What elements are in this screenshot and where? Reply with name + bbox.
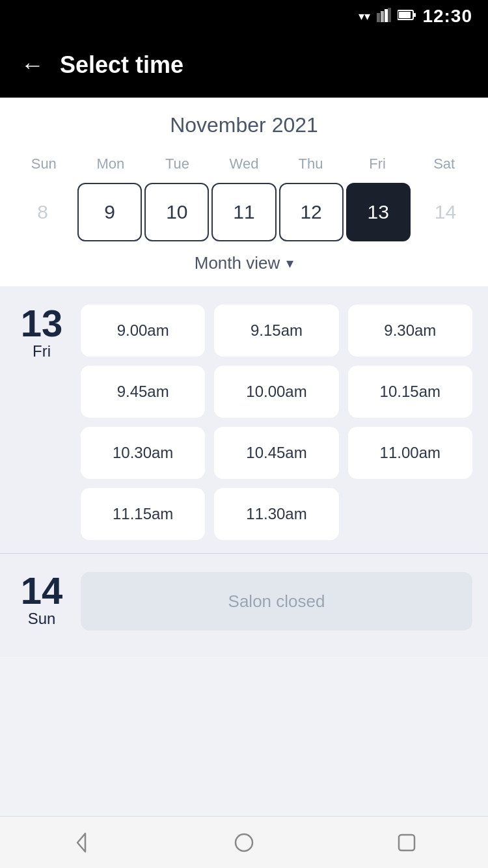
day-header-fri: Fri (344, 150, 411, 178)
svg-rect-1 (381, 11, 384, 22)
salon-closed-label: Salon closed (81, 572, 472, 631)
header: ← Select time (0, 33, 488, 98)
day-label-14: 14 Sun (16, 572, 68, 628)
day-header-sun: Sun (10, 150, 77, 178)
main-content: 13 Fri 9.00am 9.15am 9.30am 9.45am 10.00… (0, 286, 488, 657)
bottom-nav (0, 816, 488, 868)
status-icons: ▾▾ 12:30 (359, 6, 472, 27)
nav-recent-button[interactable] (395, 831, 418, 854)
wifi-icon: ▾▾ (359, 9, 370, 23)
time-slot-1130[interactable]: 11.30am (214, 488, 338, 540)
day-label-13: 13 Fri (16, 305, 68, 360)
calendar-row: 8 9 10 11 12 13 14 (10, 183, 478, 241)
salon-closed-wrapper: Salon closed (81, 572, 472, 631)
month-view-label: Month view (195, 253, 280, 273)
cal-day-13[interactable]: 13 (346, 183, 411, 241)
calendar-section: November 2021 Sun Mon Tue Wed Thu Fri Sa… (0, 98, 488, 286)
day-name-14: Sun (28, 610, 56, 628)
cal-day-10[interactable]: 10 (144, 183, 209, 241)
time-slot-900[interactable]: 9.00am (81, 305, 205, 357)
day-number-13: 13 (21, 305, 63, 342)
status-time: 12:30 (422, 6, 472, 27)
svg-rect-9 (399, 835, 414, 850)
day-section-13: 13 Fri 9.00am 9.15am 9.30am 9.45am 10.00… (0, 286, 488, 553)
signal-icon (377, 8, 391, 25)
month-title: November 2021 (10, 113, 478, 137)
svg-point-8 (236, 834, 252, 851)
time-slot-1000[interactable]: 10.00am (214, 366, 338, 418)
status-bar: ▾▾ 12:30 (0, 0, 488, 33)
header-title: Select time (60, 51, 183, 79)
day-section-14: 14 Sun Salon closed (0, 553, 488, 644)
cal-day-11[interactable]: 11 (211, 183, 276, 241)
time-slot-1030[interactable]: 10.30am (81, 427, 205, 479)
svg-rect-6 (399, 12, 411, 18)
svg-marker-7 (77, 834, 85, 852)
cal-day-14[interactable]: 14 (413, 183, 478, 241)
day-header-mon: Mon (77, 150, 144, 178)
day-name-13: Fri (33, 342, 51, 360)
time-slot-1015[interactable]: 10.15am (348, 366, 472, 418)
back-button[interactable]: ← (21, 53, 44, 77)
svg-marker-3 (388, 8, 391, 22)
battery-icon (398, 9, 416, 24)
cal-day-12[interactable]: 12 (279, 183, 344, 241)
svg-rect-2 (385, 9, 388, 22)
day-number-14: 14 (21, 572, 63, 610)
time-slot-915[interactable]: 9.15am (214, 305, 338, 357)
time-slot-930[interactable]: 9.30am (348, 305, 472, 357)
time-slot-945[interactable]: 9.45am (81, 366, 205, 418)
time-slot-1045[interactable]: 10.45am (214, 427, 338, 479)
time-slot-1115[interactable]: 11.15am (81, 488, 205, 540)
cal-day-8[interactable]: 8 (10, 183, 75, 241)
month-view-toggle[interactable]: Month view ▾ (10, 241, 478, 286)
day-header-tue: Tue (144, 150, 211, 178)
nav-back-button[interactable] (70, 831, 93, 854)
time-slot-1100[interactable]: 11.00am (348, 427, 472, 479)
time-slots-grid-13: 9.00am 9.15am 9.30am 9.45am 10.00am 10.1… (81, 305, 472, 540)
day-header-thu: Thu (277, 150, 344, 178)
cal-day-9[interactable]: 9 (77, 183, 142, 241)
nav-home-button[interactable] (232, 831, 256, 854)
day-header-wed: Wed (211, 150, 278, 178)
svg-rect-0 (377, 13, 380, 22)
chevron-down-icon: ▾ (286, 255, 293, 272)
day-headers: Sun Mon Tue Wed Thu Fri Sat (10, 150, 478, 178)
svg-rect-5 (414, 13, 416, 17)
day-header-sat: Sat (411, 150, 478, 178)
